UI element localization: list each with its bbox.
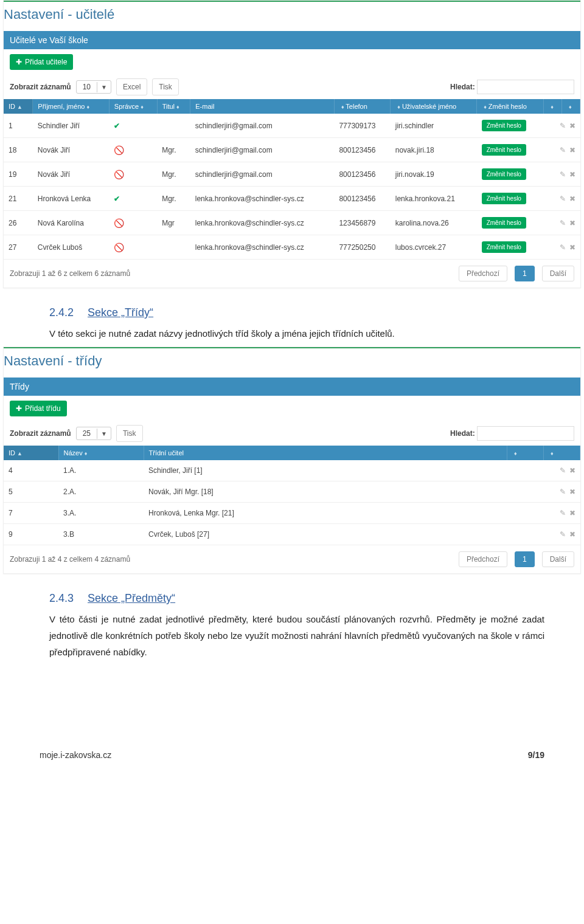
delete-icon[interactable]: ✖ [569, 509, 575, 517]
teachers-panel-heading: Učitelé ve Vaší škole [4, 31, 580, 49]
next-page-button[interactable]: Další [542, 551, 574, 567]
delete-icon[interactable]: ✖ [569, 146, 575, 154]
col-actions: ♦ [544, 99, 562, 114]
delete-icon[interactable]: ✖ [569, 466, 575, 475]
col-user[interactable]: ♦ Uživatelské jméno [391, 99, 477, 114]
cell-email: lenka.hronkova@schindler-sys.cz [190, 187, 335, 211]
cell-id: 18 [4, 138, 33, 162]
checkmark-icon: ✔ [114, 122, 120, 130]
prev-page-button[interactable]: Předchozí [459, 551, 507, 567]
delete-icon[interactable]: ✖ [569, 195, 575, 203]
edit-icon[interactable]: ✎ [560, 243, 566, 252]
delete-icon[interactable]: ✖ [569, 219, 575, 227]
classes-panel: Nastavení - třídy Třídy ✚ Přidat třídu Z… [3, 346, 581, 574]
prev-page-button[interactable]: Předchozí [459, 266, 507, 281]
col-name[interactable]: Název♦ [58, 446, 144, 460]
cell-id: 5 [4, 481, 58, 503]
cell-name: 2.A. [58, 481, 144, 503]
sort-icon: ♦ [551, 450, 554, 457]
col-name[interactable]: Příjmení, jméno♦ [33, 99, 109, 114]
table-row: 1Schindler Jiří✔schindlerjiri@gmail.com7… [4, 114, 580, 138]
cell-teacher: Hronková, Lenka Mgr. [21] [144, 503, 507, 524]
edit-icon[interactable]: ✎ [560, 170, 566, 179]
search-input[interactable] [477, 426, 574, 441]
cell-id: 9 [4, 524, 58, 545]
doc-section-242: 2.4.2 Sekce „Třídy“ V této sekci je nutn… [3, 293, 581, 346]
cell-email: schindlerjiri@gmail.com [190, 138, 335, 162]
page-number-button[interactable]: 1 [515, 551, 535, 567]
export-excel-button[interactable]: Excel [116, 78, 147, 95]
add-teacher-button[interactable]: ✚ Přidat učitele [10, 54, 73, 70]
search-input[interactable] [477, 80, 574, 94]
edit-icon[interactable]: ✎ [560, 195, 566, 203]
edit-icon[interactable]: ✎ [560, 466, 566, 475]
edit-icon[interactable]: ✎ [560, 530, 566, 539]
show-records-label: Zobrazit záznamů [10, 429, 71, 438]
footer-page: 9/19 [528, 750, 544, 760]
print-button[interactable]: Tisk [116, 425, 143, 442]
change-password-button[interactable]: Změnit heslo [482, 120, 526, 131]
cell-name: 1.A. [58, 460, 144, 481]
chevron-down-icon: ▼ [97, 429, 111, 439]
edit-icon[interactable]: ✎ [560, 122, 566, 130]
checkmark-icon: ✔ [114, 195, 120, 203]
records-per-page-select[interactable]: 25 ▼ [76, 427, 111, 440]
section-title: Sekce „Předměty“ [88, 592, 175, 604]
col-actions2: ♦ [562, 99, 580, 114]
cell-title: Mgr. [157, 138, 190, 162]
cell-email: schindlerjiri@gmail.com [190, 162, 335, 187]
change-password-button[interactable]: Změnit heslo [482, 241, 526, 253]
col-id[interactable]: ID▲ [4, 99, 33, 114]
cell-title: Mgr. [157, 162, 190, 187]
cell-id: 19 [4, 162, 33, 187]
edit-icon[interactable]: ✎ [560, 509, 566, 517]
add-class-button[interactable]: ✚ Přidat třídu [10, 401, 67, 416]
footer-site: moje.i-zakovska.cz [40, 750, 111, 760]
delete-icon[interactable]: ✖ [569, 243, 575, 252]
cell-phone: 123456879 [334, 211, 390, 235]
col-phone[interactable]: ♦ Telefon [334, 99, 390, 114]
col-teacher[interactable]: Třídní učitel [144, 446, 507, 460]
cell-id: 4 [4, 460, 58, 481]
delete-icon[interactable]: ✖ [569, 122, 575, 130]
change-password-button[interactable]: Změnit heslo [482, 217, 526, 229]
col-admin[interactable]: Správce♦ [109, 99, 157, 114]
show-records-label: Zobrazit záznamů [10, 83, 71, 91]
plus-icon: ✚ [16, 58, 22, 66]
edit-icon[interactable]: ✎ [560, 488, 566, 496]
col-title[interactable]: Titul♦ [157, 99, 190, 114]
cell-name: 3.B [58, 524, 144, 545]
forbidden-icon: 🚫 [114, 170, 124, 179]
classes-panel-heading: Třídy [4, 378, 580, 396]
table-row: 19Novák Jiří🚫Mgr.schindlerjiri@gmail.com… [4, 162, 580, 187]
cell-user: jiri.schindler [391, 114, 477, 138]
table-row: 73.A.Hronková, Lenka Mgr. [21]✎✖ [4, 503, 580, 524]
doc-section-243: 2.4.3 Sekce „Předměty“ V této části je n… [3, 579, 581, 665]
cell-admin: 🚫 [109, 235, 157, 260]
add-class-label: Přidat třídu [25, 404, 61, 413]
delete-icon[interactable]: ✖ [569, 170, 575, 179]
print-button[interactable]: Tisk [152, 78, 179, 95]
col-pwd[interactable]: ♦ Změnit heslo [477, 99, 544, 114]
change-password-button[interactable]: Změnit heslo [482, 193, 526, 204]
next-page-button[interactable]: Další [542, 266, 574, 281]
teachers-page-title: Nastavení - učitelé [4, 2, 580, 31]
cell-id: 1 [4, 114, 33, 138]
delete-icon[interactable]: ✖ [569, 488, 575, 496]
col-id[interactable]: ID▲ [4, 446, 58, 460]
change-password-button[interactable]: Změnit heslo [482, 144, 526, 156]
edit-icon[interactable]: ✎ [560, 146, 566, 154]
change-password-button[interactable]: Změnit heslo [482, 168, 526, 180]
sort-icon: ♦ [514, 450, 517, 457]
cell-name: 3.A. [58, 503, 144, 524]
teachers-table: ID▲ Příjmení, jméno♦ Správce♦ Titul♦ E-m… [4, 99, 580, 260]
edit-icon[interactable]: ✎ [560, 219, 566, 227]
col-email[interactable]: E-mail [190, 99, 335, 114]
page-number-button[interactable]: 1 [515, 266, 535, 281]
cell-name: Nová Karolína [33, 211, 109, 235]
sort-icon: ♦ [551, 104, 554, 110]
delete-icon[interactable]: ✖ [569, 530, 575, 539]
cell-phone: 800123456 [334, 162, 390, 187]
table-row: 18Novák Jiří🚫Mgr.schindlerjiri@gmail.com… [4, 138, 580, 162]
records-per-page-select[interactable]: 10 ▼ [76, 80, 111, 94]
